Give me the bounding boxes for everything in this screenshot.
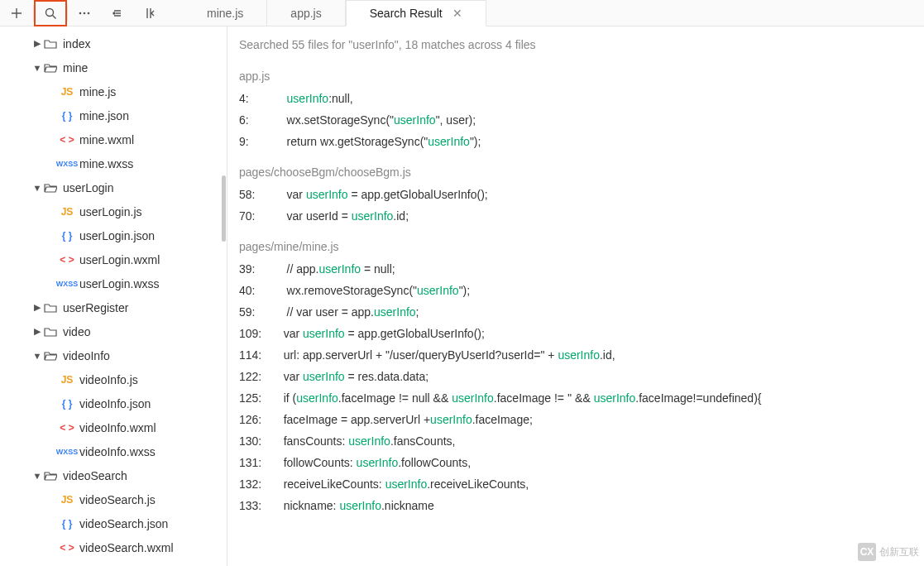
line-number: 58: [239, 184, 274, 205]
line-number: 40: [239, 280, 274, 301]
tree-item-videosearch-js[interactable]: JSvideoSearch.js [0, 487, 227, 511]
tree-item-userregister[interactable]: ▶userRegister [0, 295, 227, 319]
tree-item-userlogin[interactable]: ▼userLogin [0, 175, 227, 199]
result-line[interactable]: 125: if (userInfo.faceImage != null && u… [239, 387, 924, 409]
result-line[interactable]: 6: wx.setStorageSync("userInfo", user); [239, 109, 924, 131]
wxml-icon: < > [60, 254, 74, 266]
tree-label: userLogin [63, 181, 114, 194]
line-number: 132: [239, 473, 274, 495]
code-text: nickname: userInfo.nickname [274, 495, 434, 516]
tree-item-userlogin-wxss[interactable]: WXSSuserLogin.wxss [0, 271, 227, 295]
code-text: // app.userInfo = null; [274, 258, 395, 280]
folder-icon [43, 38, 58, 50]
line-number: 39: [239, 258, 274, 280]
result-line[interactable]: 58: var userInfo = app.getGlobalUserInfo… [239, 184, 924, 205]
tab-search-result[interactable]: Search Result✕ [346, 0, 486, 26]
result-line[interactable]: 4: userInfo:null, [239, 88, 924, 109]
tree-item-videosearch-wxml[interactable]: < >videoSearch.wxml [0, 535, 227, 559]
json-icon: { } [60, 518, 74, 530]
folder-open-icon [43, 350, 58, 362]
json-icon: { } [60, 398, 74, 410]
line-number: 70: [239, 205, 274, 227]
result-file-heading[interactable]: pages/mine/mine.js [239, 240, 924, 253]
tree-label: userLogin.json [79, 229, 155, 242]
chevron-down-icon[interactable]: ▼ [31, 351, 43, 361]
add-icon[interactable] [0, 0, 33, 26]
folder-open-icon [43, 470, 58, 482]
tree-item-mine-wxss[interactable]: WXSSmine.wxss [0, 151, 227, 175]
toolbar: mine.jsapp.jsSearch Result✕ [0, 0, 924, 26]
result-file-heading[interactable]: app.js [239, 70, 924, 83]
tree-item-videoinfo-json[interactable]: { }videoInfo.json [0, 391, 227, 415]
chevron-down-icon[interactable]: ▼ [31, 63, 43, 73]
tree-item-mine-wxml[interactable]: < >mine.wxml [0, 127, 227, 151]
result-line[interactable]: 59: // var user = app.userInfo; [239, 301, 924, 323]
svg-point-1 [79, 12, 82, 14]
tree-item-videosearch-json[interactable]: { }videoSearch.json [0, 511, 227, 535]
result-line[interactable]: 114: url: app.serverUrl + "/user/queryBy… [239, 344, 924, 366]
chevron-down-icon[interactable]: ▼ [31, 183, 43, 193]
tab-app-js[interactable]: app.js [267, 0, 345, 26]
wxss-icon: WXSS [60, 448, 74, 456]
code-text: receiveLikeCounts: userInfo.receiveLikeC… [274, 473, 529, 495]
tree-label: userLogin.wxss [79, 277, 160, 290]
tab-label: mine.js [207, 7, 243, 20]
collapse-icon[interactable] [134, 0, 167, 26]
watermark-logo-icon: CX [858, 543, 876, 561]
code-text: faceImage = app.serverUrl +userInfo.face… [274, 409, 533, 430]
tree-item-userlogin-js[interactable]: JSuserLogin.js [0, 199, 227, 223]
json-icon: { } [60, 110, 74, 122]
result-line[interactable]: 122: var userInfo = res.data.data; [239, 366, 924, 387]
result-line[interactable]: 133: nickname: userInfo.nickname [239, 495, 924, 516]
tree-item-mine[interactable]: ▼mine [0, 55, 227, 79]
line-number: 125: [239, 387, 274, 409]
chevron-right-icon[interactable]: ▶ [31, 326, 43, 337]
svg-point-0 [46, 8, 54, 16]
result-line[interactable]: 9: return wx.getStorageSync("userInfo"); [239, 131, 924, 152]
result-line[interactable]: 70: var userId = userInfo.id; [239, 205, 924, 227]
tree-label: mine.wxml [79, 133, 134, 146]
line-number: 131: [239, 452, 274, 473]
result-line[interactable]: 131: followCounts: userInfo.followCounts… [239, 452, 924, 473]
chevron-right-icon[interactable]: ▶ [31, 302, 43, 313]
wxml-icon: < > [60, 134, 74, 146]
file-tree: ▶index▼mineJSmine.js{ }mine.json< >mine.… [0, 26, 227, 566]
tab-mine-js[interactable]: mine.js [184, 0, 267, 26]
tree-label: mine [63, 61, 88, 74]
folder-icon [43, 302, 58, 314]
result-line[interactable]: 40: wx.removeStorageSync("userInfo"); [239, 280, 924, 301]
result-line[interactable]: 132: receiveLikeCounts: userInfo.receive… [239, 473, 924, 495]
search-icon[interactable] [34, 0, 67, 26]
result-line[interactable]: 130: fansCounts: userInfo.fansCounts, [239, 430, 924, 452]
tree-label: videoInfo [63, 349, 110, 362]
tree-item-userlogin-json[interactable]: { }userLogin.json [0, 223, 227, 247]
close-icon[interactable]: ✕ [452, 7, 462, 20]
line-number: 109: [239, 323, 274, 344]
tree-item-userlogin-wxml[interactable]: < >userLogin.wxml [0, 247, 227, 271]
result-line[interactable]: 109: var userInfo = app.getGlobalUserInf… [239, 323, 924, 344]
more-icon[interactable] [68, 0, 101, 26]
tree-label: mine.js [79, 85, 116, 98]
tree-label: videoSearch.wxml [79, 541, 174, 554]
tree-item-videoinfo-wxss[interactable]: WXSSvideoInfo.wxss [0, 439, 227, 463]
chevron-down-icon[interactable]: ▼ [31, 471, 43, 481]
tree-item-videoinfo-js[interactable]: JSvideoInfo.js [0, 367, 227, 391]
line-number: 59: [239, 301, 274, 323]
tree-item-videosearch[interactable]: ▼videoSearch [0, 463, 227, 487]
tree-item-video[interactable]: ▶video [0, 319, 227, 343]
code-text: // var user = app.userInfo; [274, 301, 419, 323]
tree-label: videoInfo.wxml [79, 421, 156, 434]
result-line[interactable]: 126: faceImage = app.serverUrl +userInfo… [239, 409, 924, 430]
filter-icon[interactable] [101, 0, 134, 26]
tree-item-mine-js[interactable]: JSmine.js [0, 79, 227, 103]
result-line[interactable]: 39: // app.userInfo = null; [239, 258, 924, 280]
result-file-heading[interactable]: pages/chooseBgm/chooseBgm.js [239, 165, 924, 179]
line-number: 4: [239, 88, 274, 109]
tree-label: videoSearch.json [79, 517, 168, 530]
tree-item-index[interactable]: ▶index [0, 31, 227, 55]
tree-item-videoinfo[interactable]: ▼videoInfo [0, 343, 227, 367]
line-number: 133: [239, 495, 274, 516]
tree-item-videoinfo-wxml[interactable]: < >videoInfo.wxml [0, 415, 227, 439]
tree-item-mine-json[interactable]: { }mine.json [0, 103, 227, 127]
chevron-right-icon[interactable]: ▶ [31, 38, 43, 49]
